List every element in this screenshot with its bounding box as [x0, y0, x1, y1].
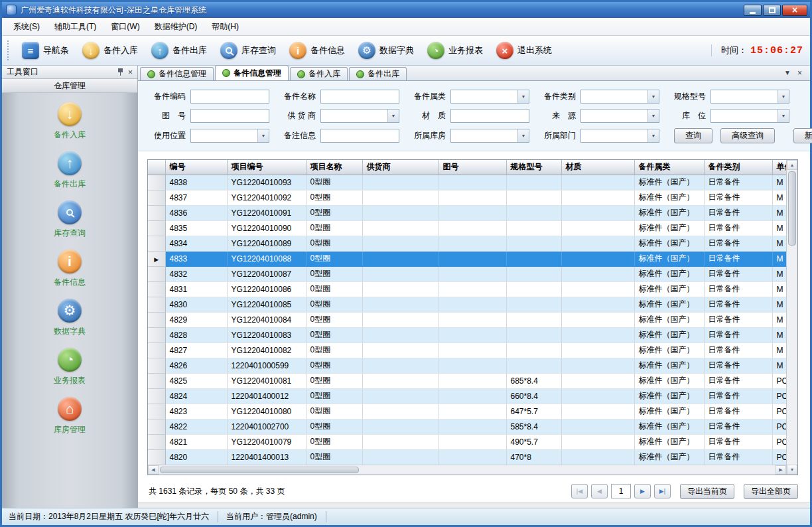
row-selector-cell[interactable]: [148, 388, 165, 404]
table-row[interactable]: 4825YG122040100810型圈685*8.4标准件（国产）日常备件PC: [148, 373, 786, 388]
horizontal-scrollbar-track[interactable]: [159, 465, 776, 475]
menu-system[interactable]: 系统(S): [6, 18, 47, 36]
search-select-2-2[interactable]: ▼: [450, 129, 529, 143]
row-selector-cell[interactable]: [148, 434, 165, 449]
advanced-query-button[interactable]: 高级查询: [720, 128, 775, 143]
last-page-button[interactable]: ▶|: [654, 484, 671, 498]
search-select-0-3[interactable]: ▼: [580, 90, 659, 104]
table-row[interactable]: ▶4833YG122040100880型圈标准件（国产）日常备件M: [148, 251, 786, 266]
grid-column-header-9[interactable]: 单位: [772, 160, 786, 175]
close-button[interactable]: ×: [782, 5, 807, 16]
next-page-button[interactable]: ▶: [634, 484, 651, 498]
row-selector-cell[interactable]: [148, 419, 165, 434]
sidebar-item-parts-info[interactable]: i备件信息: [54, 250, 86, 288]
sidebar-item-stock-query[interactable]: 库存查询: [54, 200, 86, 239]
row-selector-cell[interactable]: [148, 404, 165, 419]
row-selector-cell[interactable]: ▶: [148, 251, 165, 266]
grid-column-header-0[interactable]: 编号: [165, 160, 227, 175]
horizontal-scrollbar[interactable]: ◀ ▶: [148, 465, 786, 475]
search-input-1-2[interactable]: [450, 109, 529, 123]
table-row[interactable]: 4835YG122040100900型圈标准件（国产）日常备件M: [148, 220, 786, 236]
grid-column-header-4[interactable]: 图号: [439, 160, 506, 175]
row-selector-cell[interactable]: [148, 373, 165, 388]
row-selector-cell[interactable]: [148, 327, 165, 342]
row-selector-cell[interactable]: [148, 220, 165, 236]
row-selector-cell[interactable]: [148, 175, 165, 190]
tab-1[interactable]: 备件信息管理: [215, 65, 289, 80]
sidebar-item-parts-outbound[interactable]: ↑备件出库: [54, 151, 86, 190]
page-number-input[interactable]: [611, 484, 631, 498]
tab-list-chevron-down-icon[interactable]: ▼: [784, 70, 791, 76]
scroll-down-icon[interactable]: ▼: [787, 465, 797, 475]
menu-window[interactable]: 窗口(W): [103, 18, 147, 36]
toolbar-data-dictionary-button[interactable]: ⚙数据字典: [352, 39, 420, 62]
prev-page-button[interactable]: ◀: [591, 484, 608, 498]
sidebar-item-business-report[interactable]: ◔业务报表: [54, 348, 86, 386]
vertical-scrollbar[interactable]: ▲ ▼: [786, 160, 797, 475]
search-select-1-1[interactable]: ▼: [320, 109, 399, 123]
search-input-2-1[interactable]: [320, 129, 399, 143]
first-page-button[interactable]: |◀: [571, 484, 588, 498]
vertical-scrollbar-thumb[interactable]: [788, 171, 796, 246]
row-selector-cell[interactable]: [148, 297, 165, 312]
table-row[interactable]: 4827YG122040100820型圈标准件（国产）日常备件M: [148, 342, 786, 358]
toolbar-stock-query-button[interactable]: 库存查询: [214, 39, 282, 62]
tab-3[interactable]: 备件出库: [349, 67, 407, 80]
table-row[interactable]: 4836YG122040100910型圈标准件（国产）日常备件M: [148, 205, 786, 220]
grid-column-header-2[interactable]: 项目名称: [306, 160, 362, 175]
table-row[interactable]: 4830YG122040100850型圈标准件（国产）日常备件M: [148, 297, 786, 312]
search-select-0-4[interactable]: ▼: [710, 90, 789, 104]
row-selector-cell[interactable]: [148, 190, 165, 205]
table-row[interactable]: 4838YG122040100930型圈标准件（国产）日常备件M: [148, 175, 786, 190]
tab-2[interactable]: 备件入库: [290, 67, 348, 80]
table-row[interactable]: 4821YG122040100790型圈490*5.7标准件（国产）日常备件PC: [148, 434, 786, 449]
export-all-pages-button[interactable]: 导出全部页: [744, 484, 798, 499]
export-current-page-button[interactable]: 导出当前页: [680, 484, 734, 499]
minimize-button[interactable]: [744, 5, 762, 16]
scroll-up-icon[interactable]: ▲: [787, 160, 797, 170]
table-row[interactable]: 4831YG122040100860型圈标准件（国产）日常备件M: [148, 281, 786, 297]
search-select-1-3[interactable]: ▼: [580, 109, 659, 123]
search-input-0-0[interactable]: [190, 90, 269, 104]
table-row[interactable]: 4837YG122040100920型圈标准件（国产）日常备件M: [148, 190, 786, 205]
table-row[interactable]: 4828YG122040100830型圈标准件（国产）日常备件M: [148, 327, 786, 342]
menu-help[interactable]: 帮助(H): [204, 18, 246, 36]
table-row[interactable]: 482612204010005990型圈标准件（国产）日常备件M: [148, 358, 786, 373]
row-selector-cell[interactable]: [148, 236, 165, 251]
query-button[interactable]: 查询: [674, 128, 712, 143]
toolbar-navbar-button[interactable]: ≡导航条: [16, 39, 75, 62]
toolbar-business-report-button[interactable]: ◔业务报表: [421, 39, 489, 62]
row-selector-cell[interactable]: [148, 205, 165, 220]
toolbar-exit-system-button[interactable]: ×退出系统: [490, 39, 558, 62]
scroll-left-icon[interactable]: ◀: [148, 465, 159, 475]
row-selector-cell[interactable]: [148, 342, 165, 358]
sidebar-item-warehouse-mgmt[interactable]: ⌂库房管理: [54, 397, 86, 435]
search-select-2-3[interactable]: ▼: [580, 129, 659, 143]
tab-close-icon[interactable]: ×: [797, 69, 802, 77]
menu-data-maintenance[interactable]: 数据维护(D): [147, 18, 205, 36]
sidebar-item-parts-inbound[interactable]: ↓备件入库: [54, 102, 86, 141]
horizontal-scrollbar-thumb[interactable]: [160, 467, 359, 473]
grid-column-header-5[interactable]: 规格型号: [506, 160, 561, 175]
table-row[interactable]: 482412204014000120型圈660*8.4标准件（国产）日常备件PC: [148, 388, 786, 404]
grid-column-header-8[interactable]: 备件类别: [704, 160, 772, 175]
sidebar-item-data-dictionary[interactable]: ⚙数据字典: [54, 299, 86, 337]
toolbar-parts-inbound-button[interactable]: ↓备件入库: [76, 39, 144, 62]
toolbar-parts-outbound-button[interactable]: ↑备件出库: [145, 39, 213, 62]
row-selector-cell[interactable]: [148, 358, 165, 373]
row-selector-cell[interactable]: [148, 449, 165, 465]
table-row[interactable]: 482012204014000130型圈470*8标准件（国产）日常备件PC: [148, 449, 786, 465]
search-select-2-0[interactable]: ▼: [190, 129, 269, 143]
search-select-1-4[interactable]: ▼: [710, 109, 789, 123]
vertical-scrollbar-track[interactable]: [787, 170, 797, 465]
search-select-0-2[interactable]: ▼: [450, 90, 529, 104]
toolbar-parts-info-button[interactable]: i备件信息: [283, 39, 351, 62]
grid-column-header-7[interactable]: 备件属类: [634, 160, 704, 175]
grid-column-header-1[interactable]: 项目编号: [227, 160, 306, 175]
row-selector-cell[interactable]: [148, 312, 165, 327]
pin-icon[interactable]: [117, 68, 123, 76]
table-row[interactable]: 4832YG122040100870型圈标准件（国产）日常备件M: [148, 266, 786, 281]
tab-0[interactable]: 备件信息管理: [140, 67, 214, 80]
row-selector-cell[interactable]: [148, 281, 165, 297]
table-row[interactable]: 482212204010027000型圈585*8.4标准件（国产）日常备件PC: [148, 419, 786, 434]
